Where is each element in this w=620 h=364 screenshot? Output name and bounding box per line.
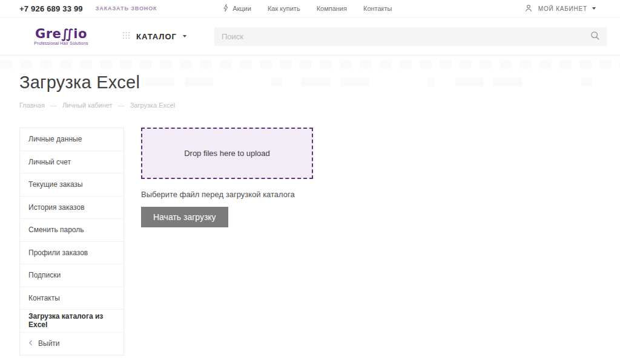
sidebar-item-label: Контакты <box>28 294 60 302</box>
nav-item-promotions[interactable]: Акции <box>223 4 251 13</box>
nav-item-label: Компания <box>317 5 347 12</box>
start-upload-button[interactable]: Начать загрузку <box>141 207 228 227</box>
logo-wordmark: Gre∬io <box>33 28 89 40</box>
search-bar <box>214 27 607 46</box>
sidebar-item-label: Личные данные <box>28 135 82 143</box>
breadcrumb-home[interactable]: Главная <box>19 102 45 109</box>
catalog-label: КАТАЛОГ <box>136 32 177 41</box>
lightning-icon <box>223 4 229 13</box>
nav-item-label: Как купить <box>268 5 300 12</box>
page-content: Загрузка Excel Главная — Личный кабинет … <box>0 73 620 356</box>
upload-hint-text: Выберите файл перед загрузкой каталога <box>141 190 313 199</box>
topbar-left-group: +7 926 689 33 99 ЗАКАЗАТЬ ЗВОНОК <box>19 4 157 13</box>
phone-number: +7 926 689 33 99 <box>19 4 83 13</box>
sidebar-item-current-orders[interactable]: Текущие заказы <box>20 174 124 197</box>
sidebar-item-subscriptions[interactable]: Подписки <box>20 264 124 287</box>
dropzone-label: Drop files here to upload <box>184 149 270 158</box>
my-account-label: МОЙ КАБИНЕТ <box>538 5 587 12</box>
logo-tagline: Professional Hair Solutions <box>33 41 89 45</box>
sidebar-item-order-history[interactable]: История заказов <box>20 197 124 219</box>
sidebar-item-label: История заказов <box>28 203 85 212</box>
site-header: Gre∬io Professional Hair Solutions КАТАЛ… <box>0 18 620 56</box>
breadcrumb-separator: — <box>50 102 57 109</box>
sidebar-item-excel-upload[interactable]: Загрузка каталога из Excel <box>20 310 124 333</box>
content-columns: Личные данные Личный счет Текущие заказы… <box>19 128 620 356</box>
grid-icon <box>122 31 130 42</box>
my-account-menu[interactable]: МОЙ КАБИНЕТ <box>524 3 596 15</box>
chevron-down-icon <box>592 7 596 10</box>
sidebar-item-label: Сменить пароль <box>28 226 84 234</box>
sidebar-item-logout[interactable]: Выйти <box>20 333 124 356</box>
chevron-down-icon <box>183 35 186 37</box>
breadcrumb-separator: — <box>118 102 125 109</box>
sidebar-item-label: Профили заказов <box>28 249 88 257</box>
account-sidebar: Личные данные Личный счет Текущие заказы… <box>19 128 124 356</box>
site-logo[interactable]: Gre∬io Professional Hair Solutions <box>33 28 89 45</box>
chevron-left-icon <box>28 339 33 348</box>
sidebar-item-label: Загрузка каталога из Excel <box>28 312 115 329</box>
sidebar-item-label: Подписки <box>28 271 61 279</box>
nav-item-label: Акции <box>232 5 251 12</box>
top-bar: +7 926 689 33 99 ЗАКАЗАТЬ ЗВОНОК Акции К… <box>0 0 620 18</box>
file-dropzone[interactable]: Drop files here to upload <box>141 128 313 179</box>
search-input[interactable] <box>222 32 590 41</box>
nav-item-label: Контакты <box>363 5 392 12</box>
nav-item-company[interactable]: Компания <box>317 5 347 12</box>
sidebar-item-order-profiles[interactable]: Профили заказов <box>20 242 124 265</box>
breadcrumb: Главная — Личный кабинет — Загрузка Exce… <box>19 102 620 109</box>
nav-item-how-to-buy[interactable]: Как купить <box>268 5 300 12</box>
catalog-button[interactable]: КАТАЛОГ <box>122 31 186 42</box>
sidebar-item-personal-account[interactable]: Личный счет <box>20 151 124 174</box>
upload-panel: Drop files here to upload Выберите файл … <box>141 128 313 227</box>
request-callback-link[interactable]: ЗАКАЗАТЬ ЗВОНОК <box>96 5 157 11</box>
sidebar-item-label: Личный счет <box>28 158 71 166</box>
top-navigation: Акции Как купить Компания Контакты <box>223 4 392 13</box>
sidebar-item-personal-data[interactable]: Личные данные <box>20 128 124 151</box>
nav-item-contacts[interactable]: Контакты <box>363 5 392 12</box>
search-icon[interactable] <box>590 30 600 43</box>
sidebar-item-change-password[interactable]: Сменить пароль <box>20 219 124 242</box>
breadcrumb-current: Загрузка Excel <box>130 102 175 109</box>
person-icon <box>524 3 533 15</box>
skeleton-row <box>0 60 620 68</box>
sidebar-item-label: Текущие заказы <box>28 180 83 189</box>
page-title: Загрузка Excel <box>19 73 620 93</box>
sidebar-item-label: Выйти <box>38 339 60 348</box>
sidebar-item-contacts[interactable]: Контакты <box>20 287 124 310</box>
breadcrumb-account[interactable]: Личный кабинет <box>62 102 113 109</box>
